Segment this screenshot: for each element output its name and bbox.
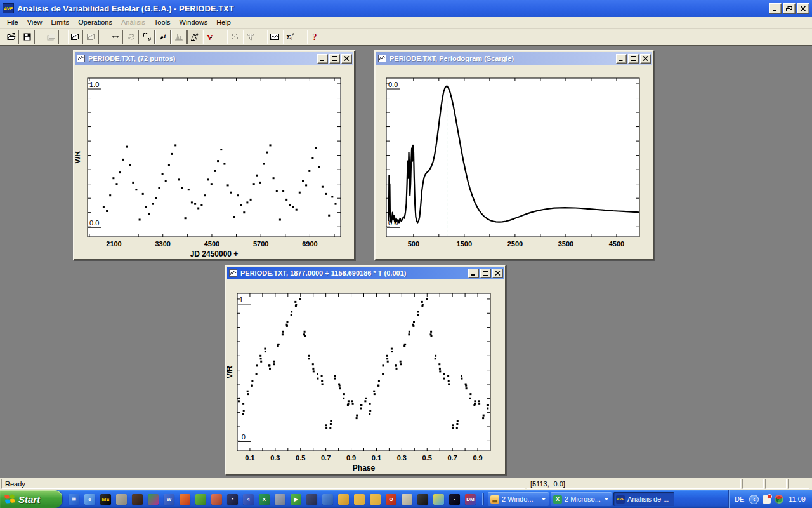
excel-icon[interactable]: X — [259, 494, 270, 505]
v-marker-button[interactable]: V — [203, 30, 218, 44]
security-alert-icon[interactable] — [763, 495, 771, 504]
menu-tools[interactable]: Tools — [150, 17, 175, 27]
window-title: PERIODE.TXT, (72 puntos) — [88, 55, 316, 62]
ave-app-icon: AVE — [3, 3, 14, 13]
menu-limits[interactable]: Limits — [46, 17, 74, 27]
window-title: PERIODE.TXT, 1877.0000 + 1158.690186 * T… — [240, 269, 467, 277]
antivirus-swirl-icon[interactable] — [775, 495, 783, 504]
minimize-button[interactable] — [616, 54, 627, 64]
collapse-chevron-icon[interactable]: ‹ — [749, 495, 759, 504]
help-button[interactable]: ? — [307, 30, 322, 44]
svg-text:V/R: V/R — [227, 366, 234, 378]
maximize-button[interactable] — [628, 54, 639, 64]
starfield-icon[interactable]: · — [449, 494, 460, 505]
telescope-icon[interactable] — [417, 494, 428, 505]
taskbar-button-an-lisis-de-[interactable]: AVEAnálisis de ... — [613, 492, 674, 506]
minimize-button[interactable] — [317, 54, 328, 64]
maximize-button[interactable] — [329, 54, 340, 64]
stone-texture-icon[interactable] — [116, 494, 127, 505]
window-periodogram[interactable]: PERIODE.TXT, Periodogram (Scargle) 50015… — [374, 50, 654, 260]
internet-explorer-icon[interactable]: e — [84, 494, 95, 505]
windows-flag-icon — [4, 494, 15, 505]
svg-text:0.5: 0.5 — [296, 454, 305, 462]
ave-icon: AVE — [616, 495, 625, 504]
ms-dos-icon[interactable]: MS — [100, 494, 111, 505]
fit-width-icon — [110, 32, 121, 42]
open-button[interactable] — [4, 30, 19, 44]
window-phase-plot[interactable]: PERIODE.TXT, 1877.0000 + 1158.690186 * T… — [225, 265, 506, 475]
fit-width-button[interactable] — [108, 30, 123, 44]
plot-setup-icon — [70, 32, 81, 42]
close-button[interactable] — [492, 269, 503, 278]
dm-icon[interactable]: DM — [465, 494, 476, 505]
folder2-icon[interactable] — [370, 494, 381, 505]
word-icon[interactable]: W — [164, 494, 174, 505]
point-info-button[interactable]: i — [155, 30, 171, 44]
taskbar-button-label: 2 Windo... — [502, 495, 540, 503]
taskbar-button-2-windo-[interactable]: ▂2 Windo... — [488, 492, 549, 506]
config-tool-icon[interactable] — [322, 494, 333, 505]
maximize-button[interactable] — [480, 269, 491, 278]
night-sky-icon[interactable]: * — [227, 494, 238, 505]
menu-help[interactable]: Help — [212, 17, 235, 27]
app-titlebar[interactable]: AVE Análisis de Variabilidad Estelar (G.… — [0, 0, 812, 17]
minimize-button[interactable] — [468, 269, 479, 278]
eagle-icon[interactable] — [132, 494, 143, 505]
taskbar-button-2-microso-[interactable]: X2 Microso... — [551, 492, 612, 506]
printer-icon[interactable] — [402, 494, 412, 505]
language-indicator[interactable]: DE — [735, 495, 744, 503]
chevron-down-icon[interactable] — [541, 498, 546, 500]
compass-icon[interactable] — [306, 494, 317, 505]
menu-view[interactable]: View — [23, 17, 47, 27]
mdi-workspace: PERIODE.TXT, (72 puntos) 210033004500570… — [0, 46, 812, 478]
save-button[interactable] — [20, 30, 35, 44]
prism-icon[interactable] — [433, 494, 444, 505]
taskbar-grip[interactable] — [482, 493, 484, 505]
refresh-button — [124, 30, 139, 44]
svg-text:2100: 2100 — [106, 240, 121, 248]
archive-books-icon[interactable] — [148, 494, 159, 505]
window-title: PERIODE.TXT, Periodogram (Scargle) — [390, 55, 615, 62]
svg-text:0.1: 0.1 — [245, 454, 254, 462]
v-marker-icon: V — [206, 32, 216, 42]
close-button[interactable] — [341, 54, 352, 64]
menu-bar: FileViewLimitsOperationsAnálisisToolsWin… — [0, 17, 812, 29]
chevron-down-icon[interactable] — [604, 498, 609, 500]
green-creature-icon[interactable] — [195, 494, 206, 505]
status-coordinates: [5113, -0.0] — [527, 479, 741, 489]
autoscale-button[interactable] — [187, 30, 202, 44]
menu-operations[interactable]: Operations — [74, 17, 117, 27]
folder-search-icon[interactable] — [338, 494, 349, 505]
folder-icon[interactable] — [354, 494, 365, 505]
light-curve-plot: 210033004500570069001.00.0JD 2450000 +V/… — [75, 66, 353, 258]
view-plot-button[interactable] — [267, 30, 282, 44]
outlook-express-icon[interactable]: ✉ — [69, 494, 79, 505]
chart-doc-icon — [377, 54, 387, 63]
start-button[interactable]: Start — [0, 490, 62, 508]
window-phase-titlebar[interactable]: PERIODE.TXT, 1877.0000 + 1158.690186 * T… — [227, 267, 504, 279]
view-plot-icon — [270, 32, 280, 42]
minimize-button[interactable] — [769, 3, 782, 14]
menu-windows[interactable]: Windows — [175, 17, 213, 27]
restore-button[interactable] — [783, 3, 796, 14]
window-periodogram-titlebar[interactable]: PERIODE.TXT, Periodogram (Scargle) — [376, 52, 652, 65]
autoscale-icon — [190, 32, 200, 42]
start-label: Start — [18, 494, 40, 505]
close-button[interactable] — [797, 3, 809, 14]
phase-plot: 0.10.30.50.70.90.10.30.50.70.91-0PhaseV/… — [227, 281, 504, 473]
plot-setup-button[interactable] — [68, 30, 83, 44]
menu-file[interactable]: File — [3, 17, 23, 27]
picture-viewer-icon[interactable] — [211, 494, 222, 505]
close-button[interactable] — [640, 54, 651, 64]
buildings-icon[interactable] — [275, 494, 285, 505]
statistics-button[interactable]: Σ — [283, 30, 298, 44]
media-orange-icon[interactable] — [180, 494, 190, 505]
opera-icon[interactable]: O — [386, 494, 396, 505]
media-player-icon[interactable]: ▶ — [291, 494, 301, 505]
window-light-curve[interactable]: PERIODE.TXT, (72 puntos) 210033004500570… — [73, 50, 355, 260]
quick-launch-bar: ✉eMSW*4X▶O·DM — [69, 494, 481, 505]
svg-text:0.7: 0.7 — [448, 454, 457, 462]
window-light-curve-titlebar[interactable]: PERIODE.TXT, (72 puntos) — [75, 52, 353, 65]
zoom-window-button[interactable] — [140, 30, 155, 44]
database-4-icon[interactable]: 4 — [243, 494, 254, 505]
